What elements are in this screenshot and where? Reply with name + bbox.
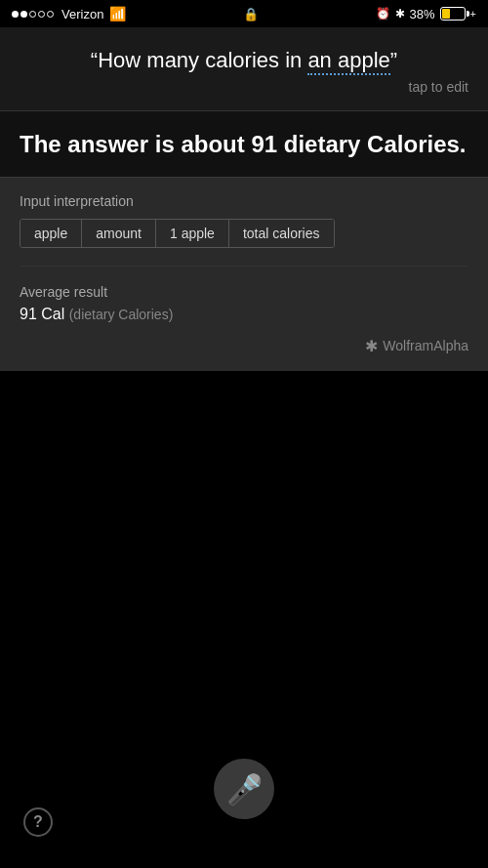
wolfram-branding: ✱ WolframAlpha — [20, 337, 468, 355]
help-button[interactable]: ? — [23, 807, 53, 837]
mic-button[interactable]: 🎤 — [214, 759, 274, 819]
tap-to-edit[interactable]: tap to edit — [20, 79, 468, 95]
status-bar: Verizon 📶 🔒 ⏰ ✱ 38% + — [0, 0, 488, 27]
divider — [20, 266, 468, 267]
microphone-icon: 🎤 — [226, 772, 263, 806]
lock-icon: 🔒 — [243, 7, 259, 21]
signal-dot-1 — [12, 11, 19, 18]
signal-dot-3 — [29, 11, 36, 18]
query-suffix: ” — [390, 48, 397, 72]
siri-query-area: “How many calories in an apple” tap to e… — [0, 27, 488, 110]
charging-icon: + — [470, 8, 476, 20]
wolfram-logo-text: WolframAlpha — [383, 338, 468, 353]
answer-section: The answer is about 91 dietary Calories. — [0, 110, 488, 177]
query-text[interactable]: “How many calories in an apple” — [20, 47, 468, 75]
answer-text: The answer is about 91 dietary Calories. — [20, 129, 468, 159]
signal-dot-5 — [47, 11, 54, 18]
status-center: 🔒 — [243, 7, 259, 21]
battery-indicator — [440, 7, 466, 21]
average-result: 91 Cal (dietary Calories) — [20, 306, 468, 323]
bottom-area: 🎤 ? — [0, 458, 488, 868]
interpretation-tags: apple amount 1 apple total calories — [20, 219, 335, 248]
status-left: Verizon 📶 — [12, 6, 126, 21]
tag-amount: amount — [82, 220, 156, 247]
signal-dots — [12, 11, 54, 18]
carrier-label: Verizon — [61, 7, 103, 21]
query-prefix: “How many calories in — [91, 48, 308, 72]
bluetooth-icon: ✱ — [395, 7, 405, 21]
wifi-icon: 📶 — [109, 6, 126, 21]
signal-dot-2 — [20, 11, 27, 18]
input-interpretation-label: Input interpretation — [20, 193, 468, 209]
average-result-label: Average result — [20, 284, 468, 300]
battery-percent: 38% — [410, 7, 435, 21]
average-value: 91 Cal — [20, 306, 64, 322]
query-underlined: an apple — [307, 48, 389, 75]
tag-1apple: 1 apple — [156, 220, 229, 247]
battery-fill — [442, 9, 450, 19]
status-right: ⏰ ✱ 38% + — [376, 7, 476, 21]
alarm-icon: ⏰ — [376, 7, 390, 21]
wolfram-snowflake-icon: ✱ — [365, 337, 378, 355]
average-unit: (dietary Calories) — [69, 307, 174, 322]
signal-dot-4 — [38, 11, 45, 18]
tag-apple: apple — [20, 220, 82, 247]
tag-total-calories: total calories — [229, 220, 334, 247]
wolfram-card: Input interpretation apple amount 1 appl… — [0, 177, 488, 371]
